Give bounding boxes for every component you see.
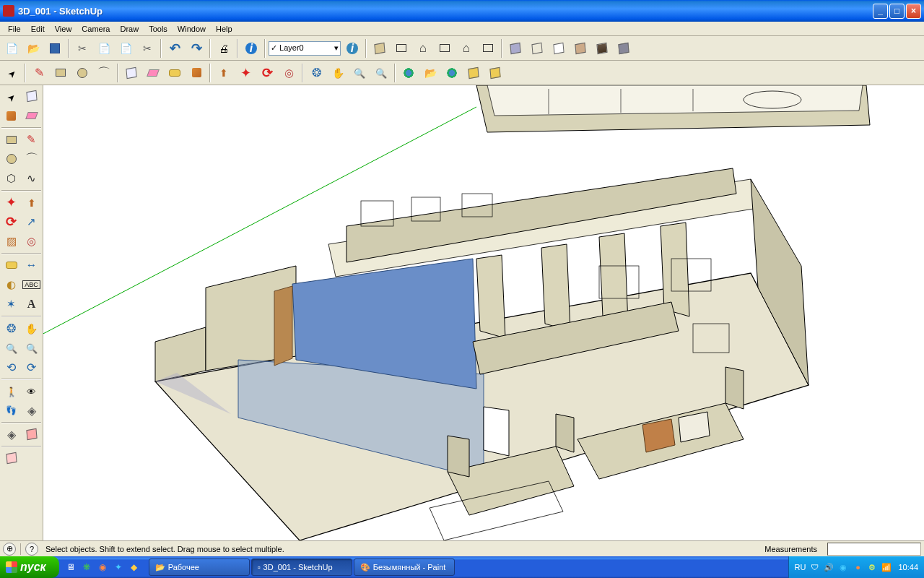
wireframe-button[interactable]	[527, 38, 547, 59]
zoom-window-tool-left[interactable]	[22, 338, 41, 357]
circle-tool-left[interactable]	[1, 150, 21, 168]
arc-tool[interactable]	[94, 63, 114, 83]
pushpull-tool-left[interactable]	[22, 193, 41, 212]
hiddenline-button[interactable]	[549, 38, 569, 59]
cut-button[interactable]	[72, 38, 92, 59]
info-button[interactable]: i	[241, 38, 261, 59]
pan-tool-left[interactable]	[22, 319, 41, 337]
menu-file[interactable]: File	[3, 23, 26, 35]
tray-icon-4[interactable]: ●	[852, 561, 863, 573]
task-item-folder[interactable]: 📂Рабочее	[149, 558, 250, 576]
ql-desktop[interactable]: 🖥	[64, 560, 78, 574]
menu-draw[interactable]: Draw	[115, 23, 144, 35]
layer-manager-button[interactable]: i	[342, 38, 362, 59]
ql-app2[interactable]: ◉	[95, 560, 110, 574]
zoom-tool-left[interactable]	[1, 338, 21, 357]
offset-tool-left[interactable]	[22, 232, 41, 251]
tray-icon-2[interactable]: 🔊	[823, 561, 834, 573]
minimize-button[interactable]: _	[873, 4, 888, 19]
new-button[interactable]	[1, 38, 22, 59]
rotate-tool[interactable]	[257, 63, 277, 83]
walk-tool-left[interactable]: 👣	[1, 401, 21, 420]
text-tool-left[interactable]: ABC	[22, 275, 41, 294]
orbit-tool[interactable]	[306, 63, 326, 83]
tape-tool[interactable]	[165, 63, 185, 83]
previous-tool-left[interactable]: ⟲	[1, 358, 21, 376]
tray-icon-1[interactable]: 🛡	[808, 561, 820, 573]
tray-icon-3[interactable]: ◉	[837, 561, 849, 573]
select-tool-left[interactable]	[1, 87, 21, 105]
next-tool-left[interactable]: ⟳	[22, 358, 41, 376]
monochrome-button[interactable]	[614, 38, 634, 59]
select-tool[interactable]	[1, 63, 22, 83]
right-view-button[interactable]	[435, 38, 455, 59]
lang-indicator[interactable]: RU	[795, 563, 806, 571]
zoom-extents-tool[interactable]	[371, 63, 391, 83]
print-button[interactable]	[214, 38, 234, 59]
undo-button[interactable]	[165, 38, 185, 59]
paste-button[interactable]	[116, 38, 136, 59]
menu-window[interactable]: Window	[173, 23, 211, 35]
rectangle-tool-left[interactable]	[1, 130, 21, 149]
look-around-left[interactable]	[22, 381, 41, 400]
tray-icon-6[interactable]: 📶	[881, 561, 892, 573]
task-item-sketchup[interactable]: ▫3D_001 - SketchUp	[251, 558, 352, 576]
menu-help[interactable]: Help	[211, 23, 237, 35]
redo-button[interactable]	[186, 38, 206, 59]
xray-button[interactable]	[505, 38, 526, 59]
menu-tools[interactable]: Tools	[144, 23, 173, 35]
rectangle-tool[interactable]	[51, 63, 71, 83]
front-view-button[interactable]	[413, 38, 433, 59]
shaded-button[interactable]	[570, 38, 590, 59]
close-button[interactable]: ×	[906, 4, 921, 19]
layer-dropdown[interactable]: ✓ Layer0 ▾	[269, 41, 341, 56]
menu-edit[interactable]: Edit	[26, 23, 50, 35]
tray-icon-5[interactable]: ⚙	[866, 561, 878, 573]
google-earth-button[interactable]	[398, 63, 419, 83]
pushpull-tool[interactable]	[214, 63, 234, 83]
zoom-tool[interactable]	[349, 63, 370, 83]
ql-app4[interactable]: ◆	[127, 560, 141, 574]
position-camera-left[interactable]	[1, 381, 21, 400]
polygon-tool-left[interactable]: ⬡	[1, 169, 21, 188]
3dtext-tool-left[interactable]	[22, 295, 41, 314]
save-button[interactable]	[45, 38, 65, 59]
ql-app1[interactable]: ❋	[79, 560, 94, 574]
taskbar-clock[interactable]: 10:44	[898, 563, 918, 571]
measurements-input[interactable]	[827, 543, 921, 556]
followme-tool-left[interactable]	[22, 212, 41, 231]
maximize-button[interactable]: □	[889, 4, 905, 19]
section-cut-left[interactable]	[22, 425, 41, 444]
get-models-button[interactable]	[420, 63, 440, 83]
top-view-button[interactable]	[391, 38, 411, 59]
back-view-button[interactable]	[456, 38, 476, 59]
left-view-button[interactable]	[478, 38, 498, 59]
pan-tool[interactable]	[328, 63, 348, 83]
iso-view-button[interactable]	[370, 38, 390, 59]
rotate-tool-left[interactable]	[1, 212, 21, 231]
orbit-tool-left[interactable]	[1, 319, 21, 337]
eraser-tool-left[interactable]	[22, 106, 41, 125]
freehand-tool-left[interactable]: ∿	[22, 169, 41, 188]
axes-tool-left[interactable]: ✶	[1, 295, 21, 314]
export-button[interactable]	[463, 63, 484, 83]
dimension-tool-left[interactable]	[22, 256, 41, 275]
share-model-button[interactable]	[442, 63, 462, 83]
delete-button[interactable]	[137, 38, 157, 59]
task-item-paint[interactable]: 🎨Безымянный - Paint	[354, 558, 455, 576]
shaded-texture-button[interactable]	[592, 38, 612, 59]
component-tool-left[interactable]	[22, 87, 41, 105]
copy-button[interactable]	[94, 38, 114, 59]
eraser-tool[interactable]	[143, 63, 163, 83]
circle-tool[interactable]	[72, 63, 92, 83]
protractor-tool-left[interactable]	[1, 275, 21, 294]
place-button[interactable]	[485, 63, 505, 83]
scale-tool-left[interactable]	[1, 232, 21, 251]
move-tool-left[interactable]	[1, 193, 21, 212]
paint-tool[interactable]	[186, 63, 206, 83]
paint-tool-left[interactable]	[1, 106, 21, 125]
arc-tool-left[interactable]	[22, 150, 41, 168]
3d-viewport[interactable]	[43, 85, 924, 540]
menu-camera[interactable]: Camera	[77, 23, 115, 35]
line-tool-left[interactable]	[22, 130, 41, 149]
